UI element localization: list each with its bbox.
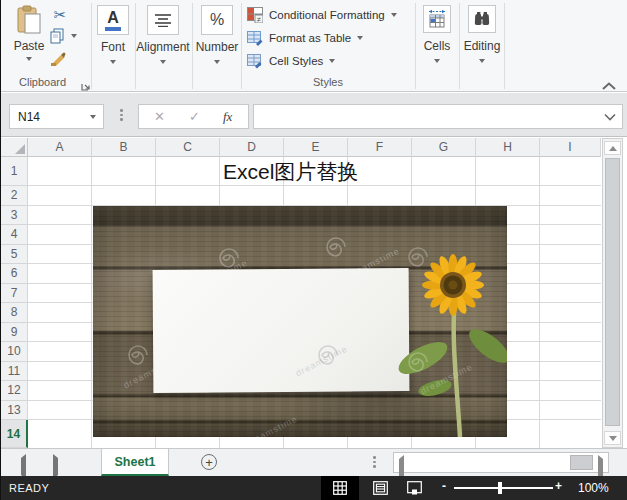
alignment-group-button[interactable]: Alignment <box>146 5 180 64</box>
scissors-icon: ✂ <box>54 6 67 23</box>
name-box-dropdown-arrow[interactable] <box>90 115 96 119</box>
column-header-G[interactable]: G <box>412 138 476 157</box>
zoom-out-button[interactable]: - <box>442 479 446 493</box>
column-header-E[interactable]: E <box>284 138 348 157</box>
cells-dropdown-arrow[interactable] <box>434 59 440 63</box>
formula-input[interactable] <box>253 104 623 129</box>
cell-styles-label: Cell Styles <box>269 55 323 67</box>
paste-dropdown-arrow[interactable] <box>26 57 32 61</box>
row-header-6[interactable]: 6 <box>1 264 28 284</box>
group-separator <box>192 3 193 89</box>
name-box[interactable]: N14 <box>9 104 104 129</box>
cut-button[interactable]: ✂ <box>50 6 70 24</box>
zoom-slider-thumb[interactable] <box>498 482 502 494</box>
embedded-photo[interactable]: dreamstimedreamstimedreamstimedreamstime… <box>93 206 507 437</box>
row-header-7[interactable]: 7 <box>1 284 28 304</box>
copy-dropdown-arrow[interactable] <box>71 34 77 38</box>
column-header-H[interactable]: H <box>476 138 540 157</box>
row-header-4[interactable]: 4 <box>1 225 28 245</box>
row-header-9[interactable]: 9 <box>1 323 28 343</box>
page-layout-icon <box>373 481 388 495</box>
watermark-spiral-icon <box>126 343 150 367</box>
row-header-5[interactable]: 5 <box>1 245 28 265</box>
row-header-14[interactable]: 14 <box>1 420 28 448</box>
enter-button[interactable]: ✓ <box>189 109 200 124</box>
tab-bar-options-handle[interactable] <box>373 456 376 468</box>
status-mode: READY <box>9 482 49 494</box>
page-layout-view-button[interactable] <box>367 476 393 500</box>
previous-sheet-button[interactable] <box>21 458 26 476</box>
expand-formula-bar-chevron-icon[interactable] <box>604 113 616 121</box>
row-headers: 1234567891011121314 <box>1 157 28 448</box>
scroll-right-button[interactable] <box>598 459 603 477</box>
scroll-down-button[interactable] <box>604 431 621 445</box>
row-header-2[interactable]: 2 <box>1 186 28 206</box>
conditional-formatting-button[interactable]: ≠ Conditional Formatting <box>247 5 397 24</box>
row-header-1[interactable]: 1 <box>1 157 28 186</box>
alignment-icon-box <box>147 5 179 35</box>
column-header-F[interactable]: F <box>348 138 412 157</box>
row-header-13[interactable]: 13 <box>1 401 28 421</box>
copy-button[interactable] <box>49 28 65 48</box>
watermark-spiral-icon <box>406 350 430 374</box>
row-header-12[interactable]: 12 <box>1 381 28 401</box>
normal-view-grid-icon <box>333 481 347 495</box>
editing-dropdown-arrow[interactable] <box>479 59 485 63</box>
scroll-left-button[interactable] <box>399 459 404 477</box>
row-header-3[interactable]: 3 <box>1 206 28 226</box>
font-icon-box: A <box>97 5 129 35</box>
column-header-D[interactable]: D <box>220 138 284 157</box>
clipboard-dialog-launcher[interactable] <box>81 77 91 87</box>
sheet-tab-sheet1[interactable]: Sheet1 <box>101 449 169 476</box>
insert-function-button[interactable]: fx <box>223 109 232 125</box>
zoom-level[interactable]: 100% <box>578 481 609 495</box>
cell-styles-button[interactable]: Cell Styles <box>247 51 335 70</box>
triangle-up-icon <box>609 146 617 151</box>
sunflower-leaf-right <box>464 323 507 368</box>
sunflower-illustration <box>93 206 507 437</box>
conditional-formatting-label: Conditional Formatting <box>269 9 385 21</box>
sheet-tab-label: Sheet1 <box>115 455 156 469</box>
alignment-label: Alignment <box>136 40 189 54</box>
editing-group-button[interactable]: Editing <box>467 5 497 63</box>
page-break-preview-button[interactable] <box>401 476 427 500</box>
vertical-scrollbar-thumb[interactable] <box>605 158 620 426</box>
format-painter-brush-icon <box>50 50 68 66</box>
format-painter-button[interactable] <box>50 50 68 70</box>
vertical-scrollbar[interactable] <box>602 138 623 448</box>
font-group-button[interactable]: A Font <box>96 5 130 64</box>
worksheet-area[interactable]: Excel图片替换 <box>28 157 601 448</box>
alignment-dropdown-arrow[interactable] <box>160 60 166 64</box>
font-dropdown-arrow[interactable] <box>110 60 116 64</box>
horizontal-scrollbar[interactable] <box>393 452 609 473</box>
horizontal-scrollbar-thumb[interactable] <box>570 455 593 470</box>
format-as-table-icon <box>247 30 263 46</box>
zoom-in-button[interactable]: + <box>555 479 562 493</box>
select-all-corner[interactable] <box>1 138 28 157</box>
column-header-B[interactable]: B <box>92 138 156 157</box>
row-header-8[interactable]: 8 <box>1 303 28 323</box>
new-sheet-button[interactable]: + <box>201 454 217 470</box>
normal-view-button[interactable] <box>321 476 359 500</box>
row-header-10[interactable]: 10 <box>1 342 28 362</box>
number-dropdown-arrow[interactable] <box>214 60 220 64</box>
format-as-table-button[interactable]: Format as Table <box>247 28 363 47</box>
column-header-C[interactable]: C <box>156 138 220 157</box>
group-separator <box>504 3 505 89</box>
cells-group-button[interactable]: Cells <box>422 5 452 63</box>
number-group-button[interactable]: % Number <box>200 5 234 64</box>
scroll-up-button[interactable] <box>604 141 621 155</box>
format-as-table-label: Format as Table <box>269 32 351 44</box>
column-header-I[interactable]: I <box>540 138 601 157</box>
clipboard-group-label: Clipboard <box>19 76 66 88</box>
next-sheet-button[interactable] <box>53 458 58 476</box>
editing-icon-box <box>468 5 496 33</box>
column-header-A[interactable]: A <box>28 138 92 157</box>
zoom-slider-track[interactable] <box>454 487 553 489</box>
paste-button[interactable]: Paste <box>10 5 48 61</box>
number-label: Number <box>196 40 239 54</box>
cancel-button[interactable]: ✕ <box>154 109 165 124</box>
collapse-ribbon-button[interactable] <box>602 77 620 89</box>
row-header-11[interactable]: 11 <box>1 362 28 382</box>
formula-bar-resize-handle[interactable] <box>120 109 123 121</box>
